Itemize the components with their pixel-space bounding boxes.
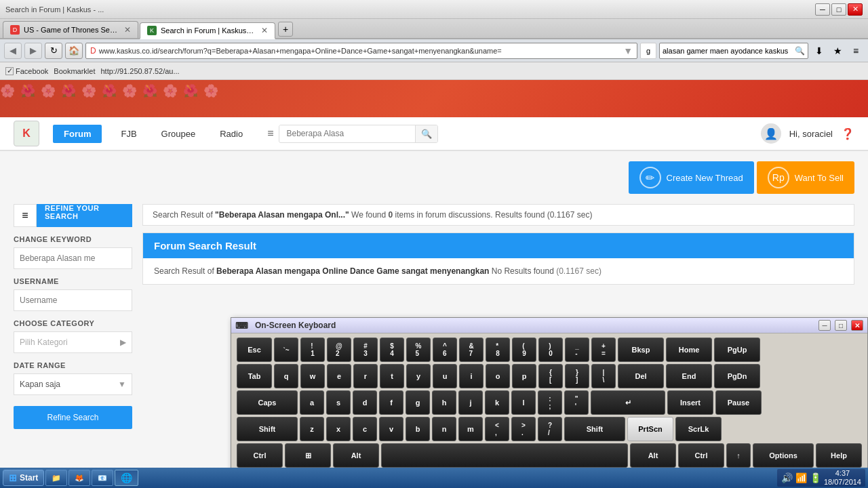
browser-search-box[interactable]: 🔍	[659, 43, 808, 59]
menu-button[interactable]: ≡	[848, 43, 864, 59]
key-tilde[interactable]: `~	[274, 338, 298, 362]
key-4[interactable]: $4	[380, 338, 404, 362]
key-v[interactable]: v	[379, 417, 403, 441]
key-pause[interactable]: Pause	[715, 390, 762, 415]
key-r[interactable]: r	[353, 364, 378, 388]
taskbar-firefox[interactable]: 🦊	[68, 470, 90, 486]
key-7[interactable]: &7	[459, 338, 484, 362]
key-f[interactable]: f	[379, 390, 403, 415]
key-k[interactable]: k	[485, 390, 509, 415]
key-q[interactable]: q	[274, 364, 298, 388]
key-space[interactable]	[381, 443, 628, 468]
bookmark-facebook[interactable]: ✓ Facebook	[5, 67, 48, 75]
key-insert[interactable]: Insert	[667, 390, 713, 415]
refine-your-search-button[interactable]: REFINE YOUR SEARCH	[37, 204, 132, 227]
key-caps[interactable]: Caps	[237, 390, 298, 415]
key-p[interactable]: p	[512, 364, 536, 388]
key-period[interactable]: >.	[511, 417, 536, 441]
new-tab-button[interactable]: +	[278, 22, 293, 37]
key-z[interactable]: z	[300, 417, 324, 441]
key-quote[interactable]: "'	[564, 390, 589, 415]
list-view-button[interactable]: ≡	[14, 204, 37, 227]
change-keyword-input[interactable]	[14, 247, 132, 269]
key-w[interactable]: w	[300, 364, 325, 388]
browser-search-input[interactable]	[663, 47, 795, 55]
forward-button[interactable]: ▶	[24, 43, 42, 59]
key-d[interactable]: d	[353, 390, 377, 415]
want-to-sell-button[interactable]: Rp Want To Sell	[757, 161, 854, 194]
key-pgdn[interactable]: PgDn	[714, 364, 760, 388]
url-dropdown-icon[interactable]: ▼	[623, 45, 633, 56]
key-2[interactable]: @2	[327, 338, 351, 362]
key-1[interactable]: !1	[300, 338, 325, 362]
date-range-select[interactable]: Kapan saja ▼	[14, 373, 132, 395]
key-0[interactable]: )0	[538, 338, 563, 362]
key-3[interactable]: #3	[353, 338, 378, 362]
key-home[interactable]: Home	[666, 338, 712, 362]
key-esc[interactable]: Esc	[237, 338, 272, 362]
key-del[interactable]: Del	[618, 364, 664, 388]
taskbar-browser-active[interactable]: 🌐	[115, 470, 138, 486]
key-options[interactable]: Options	[753, 443, 814, 468]
url-box[interactable]: D www.kaskus.co.id/search/forum?q=Bebera…	[85, 43, 637, 59]
key-m[interactable]: m	[458, 417, 483, 441]
maximize-button[interactable]: □	[831, 3, 846, 16]
browser-search-icon[interactable]: 🔍	[795, 46, 805, 56]
help-icon[interactable]: ❓	[841, 127, 854, 140]
key-shift-right[interactable]: Shift	[564, 417, 625, 441]
key-c[interactable]: c	[353, 417, 377, 441]
close-button[interactable]: ✕	[848, 3, 863, 16]
osk-close-button[interactable]: ✕	[851, 320, 863, 331]
key-comma[interactable]: <,	[485, 417, 509, 441]
header-search-button[interactable]: 🔍	[415, 125, 437, 142]
home-button[interactable]: 🏠	[65, 43, 83, 59]
bookmark-bookmarklet[interactable]: Bookmarklet	[54, 67, 95, 75]
key-e[interactable]: e	[327, 364, 351, 388]
refine-search-button[interactable]: Refine Search	[14, 406, 132, 429]
category-select[interactable]: Pilih Kategori ▶	[14, 331, 132, 353]
key-8[interactable]: *8	[486, 338, 510, 362]
key-h[interactable]: h	[432, 390, 456, 415]
header-search-input[interactable]	[279, 125, 415, 142]
key-prtscn[interactable]: PrtScn	[627, 417, 673, 441]
create-new-thread-button[interactable]: ✏ Create New Thread	[629, 161, 754, 194]
key-semicolon[interactable]: :;	[538, 390, 562, 415]
key-j[interactable]: j	[458, 390, 483, 415]
key-l[interactable]: l	[511, 390, 536, 415]
key-alt-right[interactable]: Alt	[630, 443, 676, 468]
start-button[interactable]: ⊞ Start	[3, 470, 44, 486]
key-g[interactable]: g	[406, 390, 430, 415]
key-y[interactable]: y	[406, 364, 431, 388]
key-bracket-open[interactable]: {[	[538, 364, 563, 388]
key-slash[interactable]: ?/	[538, 417, 562, 441]
key-pgup[interactable]: PgUp	[714, 338, 760, 362]
tab-1[interactable]: D US - Game of Thrones Seas... ✕	[3, 21, 138, 38]
key-win[interactable]: ⊞	[285, 443, 331, 468]
nav-fjb-button[interactable]: FJB	[115, 125, 142, 143]
key-minus[interactable]: _-	[565, 338, 589, 362]
key-5[interactable]: %5	[406, 338, 431, 362]
key-end[interactable]: End	[666, 364, 712, 388]
tab-2[interactable]: K Search in Forum | Kaskus -... ✕	[140, 22, 275, 39]
kaskus-logo[interactable]: K	[14, 121, 39, 146]
key-alt-left[interactable]: Alt	[333, 443, 379, 468]
header-search-box[interactable]: 🔍	[279, 125, 438, 143]
tray-network-icon[interactable]: 🔊	[781, 472, 793, 483]
tab-2-close[interactable]: ✕	[261, 26, 268, 35]
key-tab[interactable]: Tab	[237, 364, 272, 388]
key-backslash[interactable]: |\	[591, 364, 616, 388]
minimize-button[interactable]: ─	[815, 3, 830, 16]
key-n[interactable]: n	[432, 417, 456, 441]
key-shift-left[interactable]: Shift	[237, 417, 298, 441]
nav-groupee-button[interactable]: Groupee	[156, 125, 201, 143]
key-up[interactable]: ↑	[726, 443, 751, 468]
key-i[interactable]: i	[459, 364, 484, 388]
key-6[interactable]: ^6	[433, 338, 457, 362]
key-b[interactable]: b	[406, 417, 430, 441]
nav-forum-button[interactable]: Forum	[53, 125, 102, 143]
nav-list-icon[interactable]: ≡	[267, 127, 273, 140]
key-enter[interactable]: ↵	[591, 390, 665, 415]
tray-power-icon[interactable]: 🔋	[810, 472, 821, 483]
key-t[interactable]: t	[380, 364, 404, 388]
taskbar-folder[interactable]: 📁	[45, 470, 67, 486]
